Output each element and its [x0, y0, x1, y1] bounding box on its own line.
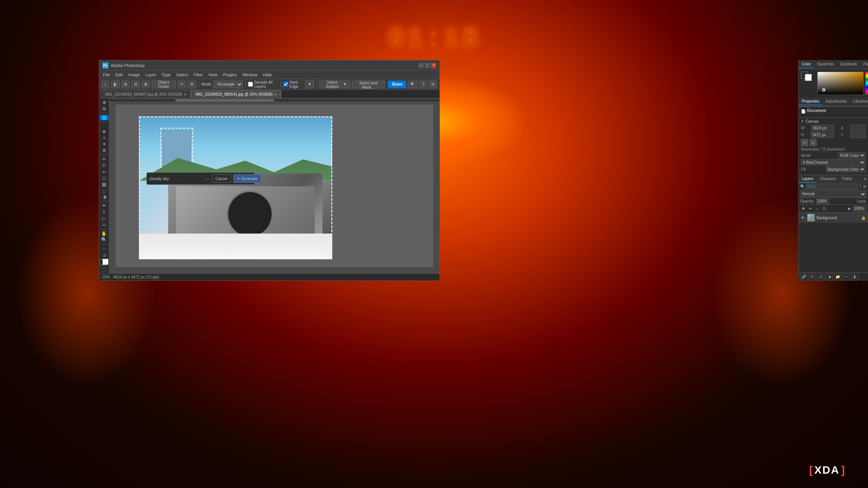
adjustments-tab[interactable]: Adjustments: [823, 98, 850, 105]
tab-2-close[interactable]: ✕: [274, 93, 277, 96]
portrait-btn[interactable]: ⊡: [801, 139, 808, 146]
lock-pixels-btn[interactable]: ✥: [800, 206, 806, 212]
new-adjustment-btn[interactable]: ◑: [826, 273, 833, 280]
tool-refresh[interactable]: ↻: [177, 81, 186, 88]
crop-tool[interactable]: ⊹: [100, 135, 108, 141]
menu-plugins[interactable]: Plugins: [220, 72, 239, 78]
color-tab[interactable]: Color: [799, 61, 814, 68]
move-tool[interactable]: ✥: [100, 100, 108, 105]
color-mode-select[interactable]: RGB Color: [838, 152, 866, 158]
select-mask-button[interactable]: Select and Mask...: [352, 81, 385, 88]
tool-option-3[interactable]: ⊟: [131, 81, 140, 88]
patterns-tab[interactable]: Patterns: [860, 61, 868, 68]
horizontal-scrollbar[interactable]: [109, 98, 439, 101]
filter-icon[interactable]: T: [859, 184, 862, 189]
link-layers-btn[interactable]: 🔗: [800, 273, 807, 280]
hard-edge-checkbox[interactable]: Hard Edge: [283, 80, 303, 89]
height-input[interactable]: [811, 132, 834, 138]
new-layer-btn[interactable]: +: [843, 273, 850, 280]
menu-view[interactable]: View: [206, 72, 220, 78]
tool-option-4[interactable]: ⊠: [141, 81, 150, 88]
menu-edit[interactable]: Edit: [113, 72, 125, 78]
mode-select[interactable]: Rectangle: [214, 81, 243, 88]
fill-btn[interactable]: ■: [846, 206, 852, 212]
help-button[interactable]: ?: [419, 81, 427, 88]
gen-fill-generate-button[interactable]: ✦ Generate: [233, 174, 261, 183]
menu-help[interactable]: Help: [261, 72, 274, 78]
eyedropper-tool[interactable]: ✦: [100, 141, 108, 147]
tab-1-close[interactable]: ✕: [184, 93, 187, 96]
channels-tab[interactable]: Channels: [816, 175, 839, 183]
lock-paint-btn[interactable]: ✏: [807, 206, 813, 212]
color-gradient[interactable]: [817, 72, 864, 95]
marquee-tool[interactable]: ⊡: [100, 115, 108, 120]
color-picker-circle[interactable]: [822, 88, 825, 91]
add-style-btn[interactable]: fx: [809, 273, 816, 280]
menu-file[interactable]: File: [101, 72, 112, 78]
x-input[interactable]: [850, 125, 866, 131]
select-subject-button[interactable]: Select Subject ▼: [319, 81, 350, 88]
tab-1[interactable]: IMG_20240810_084607.jpg @ 25% (RGB/8) ✕: [101, 90, 191, 98]
layers-panel-options[interactable]: ≡: [862, 176, 868, 182]
object-finder-btn[interactable]: Object Finder: [152, 81, 176, 88]
clone-tool[interactable]: ⎘: [100, 163, 108, 168]
arrange-button[interactable]: ⊟: [429, 81, 437, 88]
lasso-tool[interactable]: ⌒: [100, 121, 108, 128]
menu-filter[interactable]: Filter: [191, 72, 205, 78]
tab-2[interactable]: IMG_20240810_085541.jpg @ 25% (RGB/8) ✕: [191, 90, 281, 98]
background-color[interactable]: [102, 259, 108, 265]
tool-settings[interactable]: ⚙: [188, 81, 196, 88]
eraser-tool[interactable]: ◻: [100, 175, 108, 181]
properties-tab[interactable]: Properties: [799, 98, 823, 105]
table-row[interactable]: 👁 Background 🔒: [799, 213, 868, 223]
canvas-collapse[interactable]: ▼: [801, 120, 804, 123]
minimize-button[interactable]: ─: [418, 63, 424, 68]
gen-fill-more[interactable]: ···: [205, 175, 210, 182]
menu-type[interactable]: Type: [159, 72, 173, 78]
y-input[interactable]: [850, 132, 866, 138]
path-select-tool[interactable]: ▷: [100, 216, 108, 221]
maximize-button[interactable]: □: [425, 63, 430, 68]
tool-option-1[interactable]: ◧: [111, 81, 120, 88]
sample-all-layers-input[interactable]: [248, 82, 253, 87]
layers-search-input[interactable]: [806, 184, 858, 189]
menu-layer[interactable]: Layer: [143, 72, 158, 78]
lock-artboard-btn[interactable]: ↔: [814, 206, 820, 212]
paths-tab[interactable]: Paths: [839, 175, 855, 183]
type-tool[interactable]: T: [100, 209, 108, 215]
quick-mask[interactable]: ⬚: [100, 266, 108, 272]
gradients-tab[interactable]: Gradients: [837, 61, 860, 68]
brush-tool[interactable]: ✏: [100, 156, 108, 162]
pen-tool[interactable]: ✒: [100, 203, 108, 208]
healing-tool[interactable]: ⊕: [100, 148, 108, 153]
delete-layer-btn[interactable]: 🗑: [851, 273, 858, 280]
menu-image[interactable]: Image: [126, 72, 143, 78]
zoom-tool[interactable]: 🔍: [100, 237, 108, 242]
fill-input[interactable]: [853, 206, 866, 211]
blur-tool[interactable]: ◌: [100, 188, 108, 193]
hard-edge-input[interactable]: [283, 82, 288, 87]
menu-window[interactable]: Window: [240, 72, 260, 78]
sample-all-layers-checkbox[interactable]: Sample All Layers: [248, 80, 278, 89]
menu-select[interactable]: Select: [174, 72, 191, 78]
background-swatch[interactable]: [805, 74, 812, 81]
close-button[interactable]: ✕: [431, 63, 436, 68]
hand-tool[interactable]: ✋: [100, 231, 108, 236]
object-select-tool[interactable]: ◈: [100, 129, 108, 134]
hue-strip[interactable]: [865, 72, 868, 95]
tool-option-2[interactable]: ⊞: [121, 81, 130, 88]
history-brush[interactable]: ↩: [100, 169, 108, 174]
gradient-tool[interactable]: ▦: [100, 182, 108, 187]
fill-select[interactable]: Background Color: [826, 166, 866, 172]
shape-tool[interactable]: ▭: [100, 222, 108, 227]
swatches-tab[interactable]: Swatches: [814, 61, 837, 68]
layer-visibility-toggle[interactable]: 👁: [801, 216, 806, 220]
gen-fill-cancel-button[interactable]: Cancel: [212, 174, 231, 183]
artboard-tool[interactable]: ⊞: [100, 106, 108, 112]
filter-type-icon[interactable]: ⊞: [863, 184, 866, 189]
blend-mode-select[interactable]: Normal: [800, 191, 866, 197]
lock-all-btn[interactable]: ⊡: [821, 206, 827, 212]
opacity-input[interactable]: [816, 199, 830, 204]
add-mask-btn[interactable]: ⊡: [817, 273, 824, 280]
layers-tab[interactable]: Layers: [799, 175, 816, 183]
